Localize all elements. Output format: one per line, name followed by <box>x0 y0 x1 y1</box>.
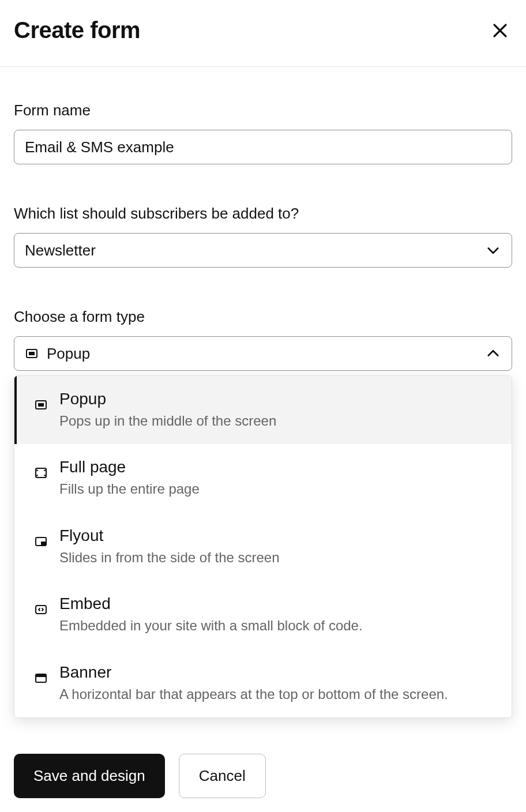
modal-footer: Save and design Cancel <box>0 740 526 812</box>
create-form-modal: Create form Form name Which list should … <box>0 0 526 812</box>
option-title: Flyout <box>59 527 280 545</box>
modal-content: Form name Which list should subscribers … <box>0 67 526 371</box>
svg-rect-6 <box>41 542 46 545</box>
option-embed[interactable]: Embed Embedded in your site with a small… <box>14 581 512 649</box>
svg-rect-3 <box>38 403 44 407</box>
option-full-page[interactable]: Full page Fills up the entire page <box>14 444 512 512</box>
chevron-down-icon <box>485 242 501 258</box>
fullpage-icon <box>34 466 48 480</box>
option-desc: Slides in from the side of the screen <box>59 548 280 567</box>
option-desc: Fills up the entire page <box>59 480 200 498</box>
form-type-label: Choose a form type <box>14 308 512 326</box>
form-name-label: Form name <box>14 102 512 119</box>
form-type-selected-value: Popup <box>47 345 90 363</box>
list-label: Which list should subscribers be added t… <box>14 205 512 223</box>
save-and-design-button[interactable]: Save and design <box>14 754 165 798</box>
svg-rect-9 <box>36 675 46 677</box>
modal-header: Create form <box>0 0 526 66</box>
close-icon <box>490 21 510 40</box>
banner-icon <box>34 671 48 685</box>
embed-icon <box>34 603 48 616</box>
option-banner[interactable]: Banner A horizontal bar that appears at … <box>14 649 512 717</box>
option-title: Full page <box>59 458 200 476</box>
option-title: Popup <box>59 390 276 408</box>
popup-icon <box>34 398 48 412</box>
modal-title: Create form <box>14 17 140 43</box>
cancel-button[interactable]: Cancel <box>179 754 266 798</box>
option-desc: A horizontal bar that appears at the top… <box>59 685 448 704</box>
list-selected-value: Newsletter <box>25 242 96 260</box>
option-title: Banner <box>59 663 448 682</box>
option-flyout[interactable]: Flyout Slides in from the side of the sc… <box>14 513 512 581</box>
list-field: Which list should subscribers be added t… <box>14 205 512 268</box>
chevron-up-icon <box>485 345 501 362</box>
option-desc: Embedded in your site with a small block… <box>59 616 363 635</box>
option-desc: Pops up in the middle of the screen <box>59 412 276 430</box>
form-name-field: Form name <box>14 102 512 164</box>
popup-icon <box>25 347 39 360</box>
close-button[interactable] <box>488 18 512 43</box>
form-name-input[interactable] <box>14 130 512 164</box>
option-popup[interactable]: Popup Pops up in the middle of the scree… <box>14 376 512 444</box>
option-title: Embed <box>59 595 363 613</box>
flyout-icon <box>34 535 48 548</box>
list-select[interactable]: Newsletter <box>14 233 512 268</box>
form-type-select[interactable]: Popup <box>14 336 512 371</box>
form-type-field: Choose a form type Popup Popup Pops up i… <box>14 308 512 371</box>
svg-rect-1 <box>29 352 35 355</box>
form-type-dropdown: Popup Pops up in the middle of the scree… <box>14 375 512 718</box>
svg-rect-7 <box>36 606 46 614</box>
